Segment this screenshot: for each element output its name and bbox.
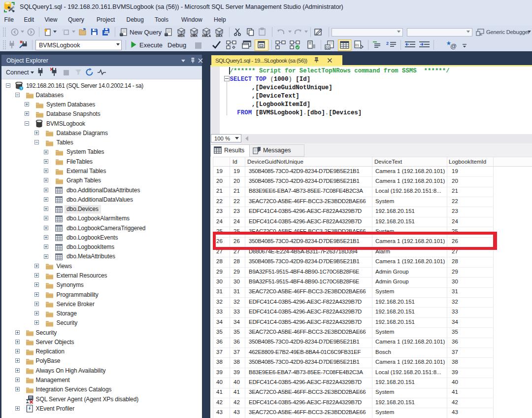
svg-text:01: 01	[326, 46, 330, 49]
svg-text:DAX: DAX	[216, 34, 223, 37]
svg-text:?: ?	[20, 87, 22, 90]
svg-text:DMX: DMX	[191, 34, 198, 37]
svg-text:@: @	[450, 42, 457, 49]
svg-text:2: 2	[386, 41, 389, 46]
svg-text:XMLA: XMLA	[202, 34, 211, 37]
svg-text:01: 01	[355, 43, 359, 47]
svg-text:MDX: MDX	[178, 34, 185, 37]
